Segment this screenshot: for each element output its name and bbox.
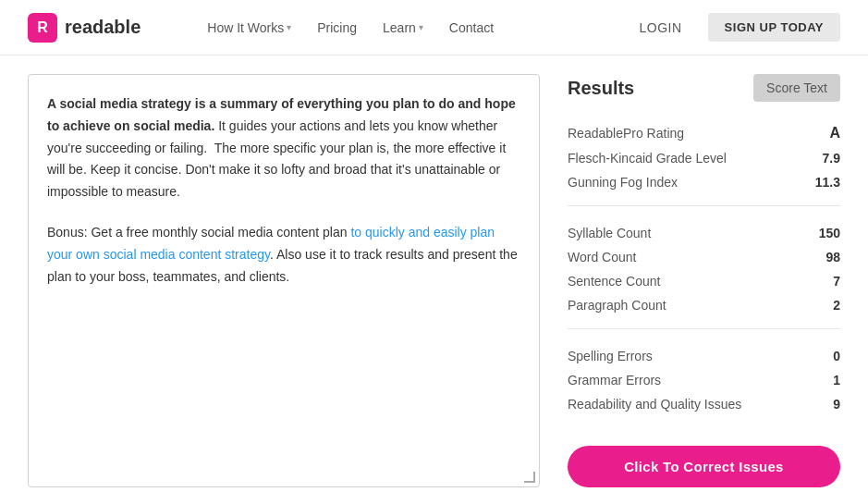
nav-item-learn[interactable]: Learn ▾ [372, 15, 434, 41]
nav-label: How It Works [207, 20, 284, 35]
header: R readable How It Works ▾ Pricing Learn … [0, 0, 868, 55]
signup-button[interactable]: SIGN UP TODAY [708, 13, 840, 42]
metrics-section-counts: Syllable Count 150 Word Count 98 Sentenc… [568, 221, 840, 329]
metric-row-paragraph: Paragraph Count 2 [568, 293, 840, 317]
nav-label: Contact [449, 20, 494, 35]
sentence-label: Sentence Count [568, 274, 660, 289]
nav-item-contact[interactable]: Contact [438, 15, 505, 41]
flesch-value: 7.9 [823, 151, 840, 166]
word-label: Word Count [568, 250, 636, 264]
logo-letter: R [37, 19, 48, 36]
editor-link[interactable]: to quickly and easily plan your own soci… [47, 225, 495, 262]
logo-icon: R [28, 13, 57, 43]
flesch-label: Flesch-Kincaid Grade Level [568, 151, 727, 166]
editor-paragraph-1: A social media strategy is a summary of … [47, 93, 520, 203]
results-title: Results [568, 78, 634, 99]
score-text-button[interactable]: Score Text [753, 74, 840, 102]
nav-label: Learn [383, 20, 416, 35]
metric-row-grammar: Grammar Errors 1 [568, 368, 840, 392]
paragraph-label: Paragraph Count [568, 298, 666, 313]
readability-value: 9 [833, 397, 840, 412]
paragraph-value: 2 [833, 298, 840, 313]
metric-row-syllable: Syllable Count 150 [568, 221, 840, 245]
gunning-label: Gunning Fog Index [568, 175, 678, 190]
nav-label: Pricing [317, 20, 357, 35]
nav-item-pricing[interactable]: Pricing [306, 15, 368, 41]
spelling-value: 0 [833, 349, 840, 363]
metric-row-gunning: Gunning Fog Index 11.3 [568, 170, 840, 194]
metric-row-pro-rating: ReadablePro Rating A [568, 120, 840, 146]
results-panel: Results Score Text ReadablePro Rating A … [568, 74, 840, 487]
chevron-down-icon: ▾ [287, 22, 291, 32]
gunning-value: 11.3 [815, 175, 840, 190]
resize-handle[interactable] [524, 472, 535, 483]
metric-row-sentence: Sentence Count 7 [568, 269, 840, 293]
editor-content: A social media strategy is a summary of … [47, 93, 520, 288]
logo-name: readable [65, 17, 141, 38]
login-button[interactable]: LOGIN [629, 15, 693, 41]
header-right: LOGIN SIGN UP TODAY [629, 13, 840, 42]
metric-row-spelling: Spelling Errors 0 [568, 344, 840, 368]
readability-label: Readability and Quality Issues [568, 397, 741, 412]
logo-area: R readable [28, 13, 141, 43]
pro-rating-value: A [829, 125, 840, 141]
correct-issues-button[interactable]: Click To Correct Issues [568, 446, 840, 487]
metrics-section-errors: Spelling Errors 0 Grammar Errors 1 Reada… [568, 344, 840, 427]
word-value: 98 [825, 250, 840, 264]
syllable-label: Syllable Count [568, 226, 651, 240]
metric-row-flesch: Flesch-Kincaid Grade Level 7.9 [568, 146, 840, 170]
spelling-label: Spelling Errors [568, 349, 653, 363]
editor-area[interactable]: A social media strategy is a summary of … [28, 74, 540, 487]
metrics-section-ratings: ReadablePro Rating A Flesch-Kincaid Grad… [568, 120, 840, 206]
main-content: A social media strategy is a summary of … [0, 55, 868, 492]
main-nav: How It Works ▾ Pricing Learn ▾ Contact [196, 15, 628, 41]
nav-item-how-it-works[interactable]: How It Works ▾ [196, 15, 302, 41]
editor-paragraph-2: Bonus: Get a free monthly social media c… [47, 222, 520, 288]
pro-rating-label: ReadablePro Rating [568, 126, 684, 141]
metric-row-readability: Readability and Quality Issues 9 [568, 392, 840, 416]
syllable-value: 150 [819, 226, 840, 240]
chevron-down-icon: ▾ [419, 22, 423, 32]
results-header: Results Score Text [568, 74, 840, 102]
metric-row-word: Word Count 98 [568, 245, 840, 269]
grammar-value: 1 [833, 373, 840, 387]
sentence-value: 7 [833, 274, 840, 289]
grammar-label: Grammar Errors [568, 373, 661, 387]
